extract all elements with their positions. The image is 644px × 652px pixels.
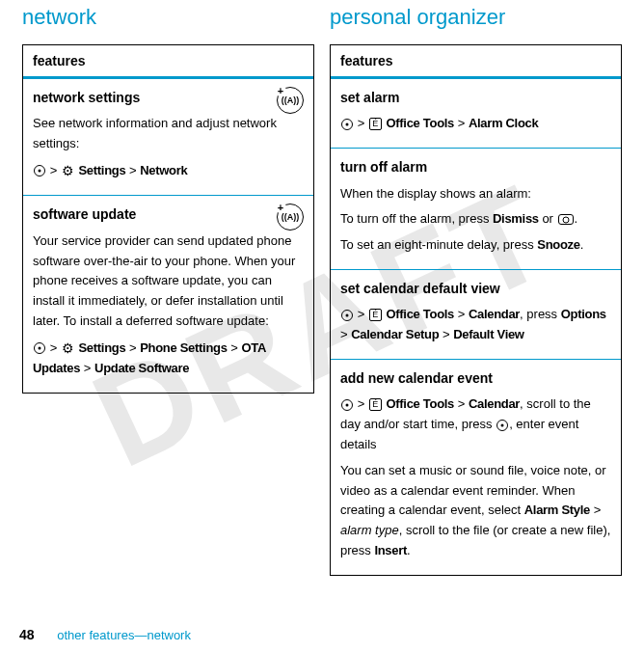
features-header: features [331, 45, 621, 79]
center-key-icon [341, 399, 353, 411]
line1: When the display shows an alarm: [340, 184, 611, 204]
center-key-icon [34, 165, 45, 177]
network-settings-row: ((A)) network settings See network infor… [23, 79, 313, 196]
nav-path: > É Office Tools > Calendar, press Optio… [340, 305, 611, 345]
settings-icon: ⚙ [62, 160, 74, 181]
gt: > [50, 163, 58, 177]
tools-label: Office Tools [386, 116, 454, 130]
text: or [539, 211, 557, 226]
network-badge-icon: ((A)) [277, 87, 304, 114]
center-key-icon [496, 420, 508, 431]
office-tools-icon: É [369, 398, 382, 411]
center-key-icon [341, 310, 353, 321]
software-update-row: ((A)) software update Your service provi… [23, 196, 313, 393]
options-label: Options [561, 307, 606, 321]
network-badge-icon: ((A)) [277, 204, 304, 231]
nav-path: > ⚙ Settings > Network [33, 160, 304, 181]
gt: > [129, 163, 137, 177]
organizer-title: personal organizer [330, 5, 622, 30]
gt: > [458, 396, 466, 411]
snooze-label: Snooze [537, 237, 579, 252]
row-title: set alarm [340, 87, 611, 108]
gt: > [458, 307, 466, 321]
page-content: network features ((A)) network settings … [0, 0, 644, 585]
gt: > [340, 327, 348, 341]
insert-label: Insert [374, 543, 407, 557]
gt: > [358, 396, 365, 411]
office-tools-icon: É [369, 309, 382, 321]
gt: > [590, 503, 601, 517]
row-title: network settings [33, 87, 304, 108]
gt: > [358, 116, 365, 130]
settings-icon: ⚙ [62, 338, 74, 359]
calendar-view-row: set calendar default view > É Office Too… [331, 270, 621, 360]
gt: > [84, 361, 92, 375]
row-title: turn off alarm [340, 156, 611, 177]
right-column: personal organizer features set alarm > … [322, 0, 630, 585]
text: . [575, 211, 578, 226]
network-title: network [22, 5, 314, 30]
office-tools-icon: É [369, 118, 382, 130]
nav-path: > É Office Tools > Calendar, scroll to t… [340, 394, 611, 454]
calendar-label: Calendar [469, 396, 520, 411]
text: To turn off the alarm, press [340, 211, 493, 226]
settings-label: Settings [78, 340, 125, 354]
gt: > [358, 307, 365, 321]
line3: To set an eight-minute delay, press Snoo… [340, 235, 611, 256]
phone-settings-label: Phone Settings [140, 340, 227, 354]
nav-path: > ⚙ Settings > Phone Settings > OTA Upda… [33, 338, 304, 379]
set-alarm-row: set alarm > É Office Tools > Alarm Clock [331, 79, 621, 149]
nav-path: > É Office Tools > Alarm Clock [340, 114, 611, 134]
gt: > [230, 340, 238, 354]
page-number: 48 [19, 627, 35, 642]
network-label: Network [140, 163, 187, 177]
update-label: Update Software [94, 361, 189, 375]
page-footer: 48 other features—network [19, 627, 191, 642]
row-body: See network information and adjust netwo… [33, 114, 304, 154]
line2: To turn off the alarm, press Dismiss or … [340, 209, 611, 230]
footer-text: other features—network [57, 628, 191, 642]
alarm-type-label: alarm type [340, 523, 399, 537]
view-label: Default View [453, 327, 523, 341]
text: . [407, 543, 411, 557]
center-key-icon [341, 119, 353, 130]
row-title: set calendar default view [340, 278, 611, 299]
gt: > [129, 340, 137, 354]
gt: > [50, 340, 58, 354]
row-title: add new calendar event [340, 367, 611, 389]
left-column: network features ((A)) network settings … [14, 0, 322, 585]
body2: You can set a music or sound file, voice… [340, 461, 611, 561]
tools-label: Office Tools [386, 396, 454, 411]
end-key-icon [558, 214, 574, 225]
calendar-label: Calendar [469, 307, 520, 321]
turn-off-alarm-row: turn off alarm When the display shows an… [331, 149, 621, 270]
features-header: features [23, 45, 313, 79]
network-feature-box: features ((A)) network settings See netw… [22, 44, 314, 394]
text: . [580, 237, 584, 252]
setup-label: Calendar Setup [351, 327, 439, 341]
tools-label: Office Tools [386, 307, 454, 321]
row-body: Your service provider can send updated p… [33, 231, 304, 332]
gt: > [443, 327, 450, 341]
gt: > [458, 116, 466, 130]
alarm-style-label: Alarm Style [524, 503, 590, 517]
dismiss-label: Dismiss [493, 211, 539, 226]
center-key-icon [34, 342, 45, 354]
text: , press [520, 307, 561, 321]
row-title: software update [33, 204, 304, 225]
alarm-label: Alarm Clock [469, 116, 539, 130]
organizer-feature-box: features set alarm > É Office Tools > Al… [330, 44, 622, 576]
settings-label: Settings [78, 163, 125, 177]
text: To set an eight-minute delay, press [340, 237, 537, 252]
add-event-row: add new calendar event > É Office Tools … [331, 360, 621, 575]
